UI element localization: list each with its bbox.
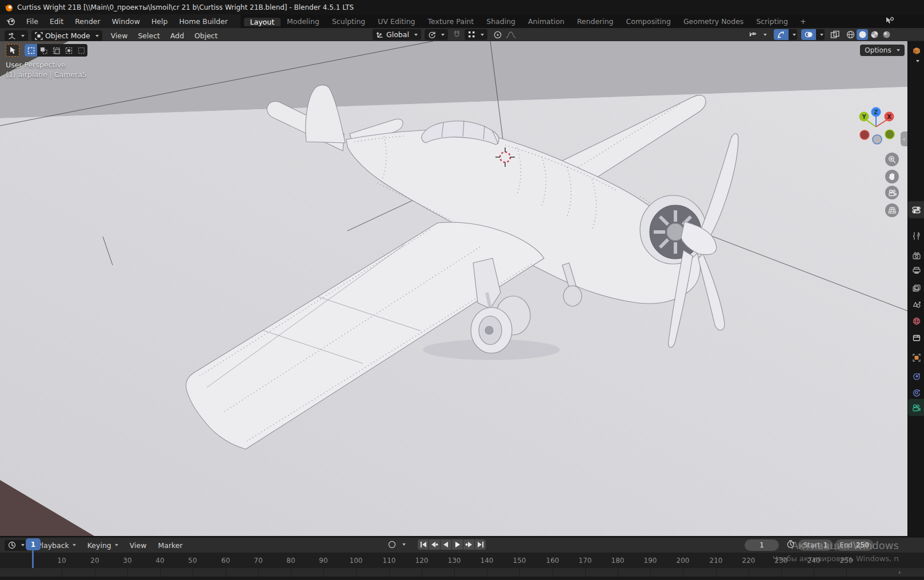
snap-target-dropdown[interactable] <box>465 29 487 40</box>
add-workspace-button[interactable]: + <box>794 14 812 28</box>
timeline-menu-item[interactable]: View <box>124 541 153 550</box>
workspace-tab[interactable]: Texture Paint <box>422 17 481 26</box>
tab-world[interactable] <box>908 315 924 327</box>
ruler-tick-label: 100 <box>350 557 363 565</box>
workspace-tab[interactable]: Compositing <box>620 17 677 26</box>
previous-keyframe-button[interactable] <box>429 539 440 550</box>
svg-text:X: X <box>887 114 891 120</box>
workspace-tab[interactable]: Rendering <box>571 17 620 26</box>
grid-perspective-button[interactable] <box>885 203 899 217</box>
gizmo-y-neg-axis[interactable] <box>885 130 894 139</box>
tab-collection[interactable] <box>908 331 924 344</box>
gizmo-z-neg-axis[interactable] <box>873 135 882 144</box>
gizmo-x-neg-axis[interactable] <box>860 130 869 139</box>
timeline-scrollbar[interactable] <box>0 577 924 580</box>
tab-properties[interactable] <box>908 201 924 218</box>
proportional-editing-icon[interactable] <box>493 30 502 39</box>
workspace-tab[interactable]: Geometry Nodes <box>677 17 750 26</box>
next-keyframe-button[interactable] <box>463 539 474 550</box>
visibility-dropdown[interactable] <box>746 31 769 39</box>
options-button[interactable]: Options <box>860 45 905 56</box>
gizmo-dropdown[interactable] <box>789 29 797 40</box>
workspace-tab[interactable]: Shading <box>480 17 522 26</box>
viewport-menu-item[interactable]: Select <box>133 29 165 42</box>
timeline-playhead[interactable]: 1 <box>26 538 41 550</box>
frame-start-field[interactable]: Start1 <box>798 539 833 551</box>
pan-hand-button[interactable] <box>885 170 899 183</box>
timeline-menu-item[interactable]: Marker <box>152 541 188 550</box>
camera-view-button[interactable] <box>885 186 899 199</box>
viewport-menu-item[interactable]: Add <box>165 29 189 42</box>
workspace-tab[interactable]: Layout <box>244 18 281 26</box>
topbar-menu-item[interactable]: File <box>21 17 44 26</box>
timeline-channel-area[interactable] <box>0 568 924 577</box>
tab-constraints[interactable] <box>908 386 924 399</box>
timeline-editor-type-dropdown[interactable] <box>5 540 28 551</box>
play-reverse-button[interactable] <box>441 539 451 550</box>
pivot-point-dropdown[interactable] <box>425 29 448 40</box>
cursor-gear-status-icon[interactable] <box>885 17 894 25</box>
shading-solid-button[interactable] <box>857 29 868 40</box>
viewport-menu-item[interactable]: View <box>106 29 133 42</box>
workspace-tab[interactable]: Scripting <box>750 17 794 26</box>
orientation-axes-icon <box>376 31 384 39</box>
overlays-dropdown[interactable] <box>816 29 825 40</box>
auto-keying-dropdown[interactable] <box>402 543 406 546</box>
select-intersect-icon[interactable] <box>75 44 87 57</box>
tab-physics[interactable] <box>908 370 924 383</box>
topbar: FileEditRenderWindowHelpHome Builder Lay… <box>0 14 924 28</box>
frame-end-field[interactable]: End250 <box>835 539 874 551</box>
zoom-button[interactable] <box>885 153 899 166</box>
workspace-tab[interactable]: Modeling <box>281 17 326 26</box>
navigation-gizmo[interactable]: Z Y X <box>854 103 901 149</box>
workspace-tab[interactable]: Animation <box>522 17 571 26</box>
shading-wireframe-button[interactable] <box>845 29 856 40</box>
tab-view-layer[interactable] <box>908 282 924 294</box>
select-set-icon[interactable] <box>25 44 37 57</box>
tab-camera-data[interactable] <box>908 399 924 416</box>
timeline-menu-item[interactable]: Keying <box>82 541 124 550</box>
chevron-down-icon <box>481 34 484 36</box>
workspace-tab[interactable]: Sculpting <box>326 17 371 26</box>
blender-menu-logo-icon[interactable] <box>0 14 21 28</box>
falloff-curve-icon[interactable] <box>506 31 516 39</box>
mode-selector-dropdown[interactable]: Object Mode <box>31 30 102 41</box>
timeline-ruler[interactable]: 1020304050607080901001101201301401501601… <box>0 553 924 568</box>
show-gizmo-toggle[interactable] <box>774 29 789 40</box>
topbar-menu-item[interactable]: Help <box>146 17 174 26</box>
viewport-menu-item[interactable]: Object <box>189 29 223 42</box>
viewport-3d[interactable]: User Perspective (1) airplane | Camera5 … <box>0 41 907 536</box>
viewport-active-object-label: (1) airplane | Camera5 <box>6 70 87 79</box>
tab-object[interactable] <box>908 351 924 364</box>
select-subtract-icon[interactable] <box>50 44 62 57</box>
scroll-left-arrow[interactable]: ‹ <box>898 569 901 576</box>
topbar-menu-item[interactable]: Render <box>69 17 106 26</box>
sidebar-collapse-arrow[interactable]: ‹ <box>901 131 907 146</box>
jump-to-end-button[interactable] <box>475 539 486 550</box>
workspace-tab[interactable]: UV Editing <box>371 17 421 26</box>
topbar-menu-item[interactable]: Window <box>106 17 146 26</box>
ruler-tick-label: 170 <box>579 557 592 565</box>
jump-to-start-button[interactable] <box>418 539 429 550</box>
active-tool-button[interactable] <box>6 44 19 57</box>
tab-scene[interactable] <box>908 298 924 311</box>
show-overlays-toggle[interactable] <box>801 29 816 40</box>
topbar-menu-item[interactable]: Home Builder <box>173 17 233 26</box>
editor-type-dropdown[interactable] <box>5 30 28 41</box>
tab-output[interactable] <box>908 264 924 277</box>
shading-material-button[interactable] <box>869 29 880 40</box>
select-invert-icon[interactable] <box>62 44 75 57</box>
xray-toggle[interactable] <box>830 30 840 39</box>
topbar-menu-item[interactable]: Edit <box>44 17 69 26</box>
snap-magnet-icon[interactable] <box>453 30 461 39</box>
chevron-down-icon[interactable] <box>908 55 924 67</box>
auto-keying-toggle[interactable] <box>387 540 397 549</box>
tab-render[interactable] <box>908 249 924 262</box>
ruler-tick-label: 20 <box>90 557 99 565</box>
select-extend-icon[interactable] <box>37 44 50 57</box>
shading-rendered-button[interactable] <box>881 29 892 40</box>
current-frame-field[interactable]: 1 <box>745 539 779 551</box>
tab-tool[interactable] <box>908 230 924 242</box>
transform-orientation-dropdown[interactable]: Global <box>373 29 421 40</box>
play-button[interactable] <box>452 539 463 550</box>
